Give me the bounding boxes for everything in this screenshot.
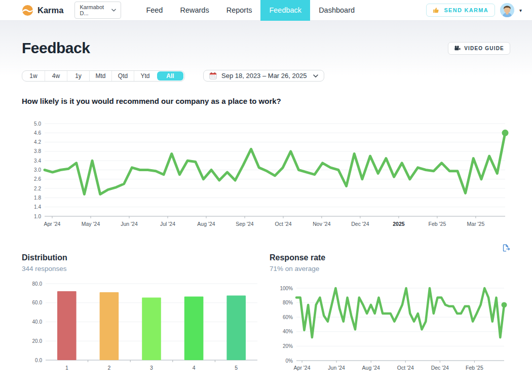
send-karma-label: SEND KARMA: [444, 7, 488, 13]
svg-text:60%: 60%: [283, 315, 293, 320]
thumbs-up-icon: [433, 7, 440, 14]
export-icon[interactable]: [502, 244, 510, 252]
svg-text:Nov '24: Nov '24: [313, 221, 330, 227]
response-rate-subtitle: 71% on average: [270, 265, 512, 272]
distribution-section: Distribution 344 responses 80.060.040.02…: [22, 253, 264, 373]
svg-text:1: 1: [65, 365, 68, 371]
svg-text:Dec '24: Dec '24: [431, 365, 449, 371]
date-range-picker[interactable]: Sep 18, 2023 – Mar 26, 2025: [203, 70, 324, 82]
video-guide-button[interactable]: VIDEO GUIDE: [448, 42, 510, 55]
svg-text:Oct '24: Oct '24: [275, 221, 292, 227]
account-menu-caret-icon[interactable]: ▾: [519, 8, 522, 13]
svg-text:40%: 40%: [283, 329, 293, 334]
svg-text:Aug '24: Aug '24: [362, 365, 380, 371]
svg-text:5: 5: [235, 365, 238, 371]
range-all[interactable]: All: [157, 71, 183, 81]
distribution-subtitle: 344 responses: [22, 265, 264, 272]
calendar-icon: [209, 72, 217, 80]
svg-text:1.4: 1.4: [34, 204, 41, 210]
movie-camera-icon: [454, 45, 461, 52]
svg-text:3.4: 3.4: [34, 158, 41, 164]
svg-text:1.8: 1.8: [34, 195, 41, 201]
workspace-selector-label: Karmabot D...: [80, 4, 108, 16]
svg-text:Apr '24: Apr '24: [44, 221, 61, 227]
nav-item-feed[interactable]: Feed: [137, 0, 171, 21]
svg-text:20%: 20%: [283, 343, 293, 349]
logo-text: Karma: [37, 6, 63, 15]
range-mtd[interactable]: Mtd: [89, 71, 111, 81]
video-guide-label: VIDEO GUIDE: [464, 46, 504, 51]
user-avatar[interactable]: [500, 3, 514, 17]
svg-text:80%: 80%: [283, 300, 293, 305]
svg-text:Feb '25: Feb '25: [466, 365, 483, 371]
send-karma-button[interactable]: SEND KARMA: [426, 4, 495, 17]
svg-text:Sep '24: Sep '24: [236, 221, 253, 227]
svg-text:Feb '25: Feb '25: [429, 221, 446, 227]
survey-question-heading: How likely is it you would recommend our…: [22, 97, 510, 105]
topbar-right-group: SEND KARMA ▾: [426, 3, 522, 17]
svg-text:Jun '24: Jun '24: [328, 365, 345, 371]
svg-text:40.0: 40.0: [32, 319, 43, 325]
nav-item-rewards[interactable]: Rewards: [171, 0, 217, 21]
page-title: Feedback: [22, 40, 90, 57]
workspace-selector[interactable]: Karmabot D...: [74, 2, 121, 19]
svg-text:4: 4: [193, 365, 196, 371]
range-ytd[interactable]: Ytd: [134, 71, 156, 81]
svg-text:2025: 2025: [393, 221, 405, 227]
svg-text:100%: 100%: [280, 286, 293, 291]
feedback-page: Feedback VIDEO GUIDE 1w 4w 1y Mtd Qtd Yt…: [0, 21, 532, 392]
main-nav: Feed Rewards Reports Feedback Dashboard: [137, 0, 363, 21]
svg-text:5.0: 5.0: [34, 121, 41, 127]
svg-text:60.0: 60.0: [32, 300, 43, 305]
svg-text:2.2: 2.2: [34, 186, 41, 191]
response-rate-title: Response rate: [270, 253, 512, 262]
svg-text:1.0: 1.0: [34, 214, 41, 219]
svg-text:0%: 0%: [286, 358, 293, 364]
time-range-segmented-control: 1w 4w 1y Mtd Qtd Ytd All: [22, 70, 185, 82]
distribution-title: Distribution: [22, 253, 264, 262]
svg-text:Aug '24: Aug '24: [197, 221, 215, 227]
svg-text:Apr '24: Apr '24: [294, 365, 311, 371]
nav-item-reports[interactable]: Reports: [218, 0, 261, 21]
svg-text:2: 2: [107, 365, 110, 371]
range-qtd[interactable]: Qtd: [111, 71, 134, 81]
karma-logo-group[interactable]: Karma: [22, 5, 63, 16]
svg-text:4.6: 4.6: [34, 130, 41, 136]
svg-text:3: 3: [150, 365, 153, 371]
nav-item-dashboard[interactable]: Dashboard: [310, 0, 363, 21]
svg-text:May '24: May '24: [82, 221, 100, 227]
date-range-label: Sep 18, 2023 – Mar 26, 2025: [221, 72, 307, 80]
svg-text:20.0: 20.0: [32, 338, 43, 344]
svg-text:Dec '24: Dec '24: [351, 221, 369, 227]
svg-text:0.0: 0.0: [35, 358, 42, 363]
svg-text:3.8: 3.8: [34, 148, 41, 154]
top-navigation-bar: Karma Karmabot D... Feed Rewards Reports…: [0, 0, 532, 21]
range-1w[interactable]: 1w: [22, 71, 45, 81]
range-4w[interactable]: 4w: [45, 71, 67, 81]
svg-text:80.0: 80.0: [32, 281, 43, 287]
distribution-bar-chart: 80.060.040.020.00.012345: [22, 279, 264, 373]
svg-text:4.2: 4.2: [34, 139, 41, 145]
chevron-down-icon: [111, 9, 116, 12]
response-rate-section: Response rate 71% on average 100%80%60%4…: [270, 253, 512, 373]
svg-text:Oct '24: Oct '24: [397, 365, 414, 371]
response-rate-line-chart: 100%80%60%40%20%0%Apr '24Jun '24Aug '24O…: [270, 279, 512, 373]
svg-text:Jun '24: Jun '24: [121, 221, 138, 227]
nav-item-feedback[interactable]: Feedback: [260, 0, 310, 21]
svg-text:Jul '24: Jul '24: [160, 221, 175, 227]
karma-logo-icon: [22, 5, 33, 16]
svg-text:3.0: 3.0: [34, 167, 41, 173]
svg-text:2.6: 2.6: [34, 176, 41, 182]
svg-text:Mar '25: Mar '25: [467, 221, 485, 227]
range-1y[interactable]: 1y: [67, 71, 89, 81]
score-trend-line-chart: 5.04.64.23.83.43.02.62.21.81.41.0Apr '24…: [22, 120, 510, 237]
chevron-down-icon: [313, 74, 318, 77]
